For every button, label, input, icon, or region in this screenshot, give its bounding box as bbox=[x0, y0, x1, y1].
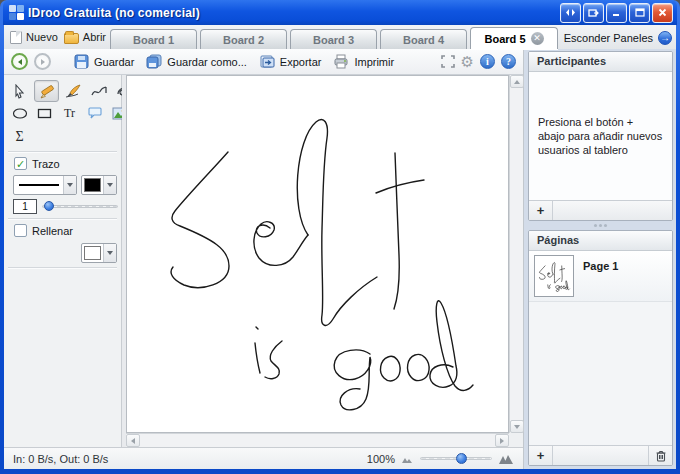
page-label: Page 1 bbox=[583, 260, 618, 297]
help-icon[interactable]: ? bbox=[501, 54, 516, 69]
app-icon bbox=[9, 5, 24, 20]
stroke-width-input[interactable]: 1 bbox=[13, 199, 37, 214]
ellipse-icon bbox=[12, 108, 28, 119]
close-icon bbox=[658, 8, 667, 17]
zoom-slider-handle[interactable] bbox=[456, 453, 467, 464]
scroll-down-button[interactable] bbox=[510, 420, 524, 433]
stroke-width-slider[interactable] bbox=[42, 202, 118, 211]
line-style-sample bbox=[19, 184, 59, 186]
save-as-icon bbox=[146, 54, 162, 69]
scroll-up-button[interactable] bbox=[510, 75, 524, 88]
tab-close-icon[interactable]: ✕ bbox=[531, 32, 544, 45]
forward-arrow-icon bbox=[39, 58, 47, 66]
tab-label: Board 3 bbox=[313, 34, 354, 46]
participants-header[interactable]: Participantes bbox=[529, 52, 672, 72]
open-board-button[interactable]: Abrir bbox=[64, 27, 106, 47]
math-tool-button[interactable]: Σ bbox=[9, 127, 30, 147]
status-bar: In: 0 B/s, Out: 0 B/s 100% bbox=[4, 447, 523, 469]
select-tool-button[interactable] bbox=[9, 81, 30, 101]
toolbar: Guardar Guardar como... Exportar Imprimi… bbox=[4, 49, 523, 75]
detach-window-icon bbox=[588, 8, 599, 18]
scroll-right-button[interactable] bbox=[495, 434, 509, 447]
tab-label: Board 2 bbox=[223, 34, 264, 46]
window-title: IDroo Gratuita (no comercial) bbox=[28, 6, 200, 20]
tab-board-5[interactable]: Board 5 ✕ bbox=[470, 27, 558, 49]
titlebar[interactable]: IDroo Gratuita (no comercial) bbox=[3, 0, 677, 25]
traffic-status: In: 0 B/s, Out: 0 B/s bbox=[13, 453, 108, 465]
stroke-color-swatch bbox=[84, 178, 101, 192]
new-page-icon bbox=[10, 31, 22, 44]
tab-board-3[interactable]: Board 3 bbox=[290, 29, 377, 49]
save-floppy-icon bbox=[74, 54, 89, 69]
pages-header[interactable]: Páginas bbox=[529, 231, 672, 251]
new-board-label: Nuevo bbox=[26, 31, 58, 43]
zoom-in-icon[interactable] bbox=[499, 453, 514, 464]
save-as-button[interactable]: Guardar como... bbox=[143, 54, 249, 69]
fullscreen-icon[interactable] bbox=[441, 55, 455, 68]
print-button[interactable]: Imprimir bbox=[330, 54, 397, 69]
add-page-button[interactable]: + bbox=[529, 446, 553, 465]
tab-board-1[interactable]: Board 1 bbox=[110, 29, 197, 49]
fill-color-dropdown[interactable] bbox=[81, 243, 117, 263]
tab-bar: Nuevo Abrir Board 1 Board 2 Board 3 Boar… bbox=[4, 25, 676, 49]
horizontal-scrollbar[interactable] bbox=[126, 433, 509, 447]
arrow-down-icon bbox=[514, 425, 520, 429]
save-button[interactable]: Guardar bbox=[71, 54, 137, 69]
stroke-label: Trazo bbox=[32, 158, 60, 170]
new-board-button[interactable]: Nuevo bbox=[10, 27, 58, 47]
back-button[interactable] bbox=[11, 53, 28, 70]
tab-board-4[interactable]: Board 4 bbox=[380, 29, 467, 49]
app-window: IDroo Gratuita (no comercial) Nuev bbox=[0, 0, 680, 474]
stroke-style-dropdown[interactable] bbox=[13, 175, 77, 195]
fill-label: Rellenar bbox=[32, 225, 73, 237]
side-panels: Participantes Presiona el botón + abajo … bbox=[524, 49, 676, 469]
zoom-out-icon[interactable] bbox=[402, 455, 413, 463]
brush-icon bbox=[65, 84, 82, 98]
info-icon[interactable]: i bbox=[480, 54, 495, 69]
minimize-button[interactable] bbox=[606, 3, 627, 23]
settings-gear-icon[interactable]: ⚙ bbox=[461, 54, 474, 69]
curve-tool-button[interactable] bbox=[88, 81, 109, 101]
arrow-up-icon bbox=[514, 80, 520, 84]
comment-tool-button[interactable] bbox=[84, 103, 105, 123]
delete-page-button[interactable] bbox=[648, 446, 672, 465]
tab-board-2[interactable]: Board 2 bbox=[200, 29, 287, 49]
arrow-right-icon bbox=[500, 438, 504, 444]
select-cursor-icon bbox=[13, 84, 26, 99]
text-tool-button[interactable]: Tr bbox=[59, 103, 80, 123]
vertical-scrollbar[interactable] bbox=[509, 75, 523, 433]
export-label: Exportar bbox=[280, 56, 322, 68]
scroll-left-button[interactable] bbox=[126, 434, 140, 447]
page-thumbnail[interactable] bbox=[534, 255, 574, 297]
pan-arrows-icon bbox=[565, 8, 576, 17]
detach-window-button[interactable] bbox=[583, 3, 604, 23]
pan-arrows-button[interactable] bbox=[560, 3, 581, 23]
hide-panels-button[interactable]: Esconder Paneles → bbox=[564, 31, 672, 45]
fill-checkbox[interactable] bbox=[14, 224, 27, 237]
drawing-canvas[interactable] bbox=[126, 75, 509, 433]
participants-hint: Presiona el botón + abajo para añadir nu… bbox=[529, 72, 672, 200]
chevron-down-icon bbox=[107, 183, 113, 187]
zoom-slider[interactable] bbox=[420, 453, 492, 465]
zoom-level: 100% bbox=[367, 453, 395, 465]
close-button[interactable] bbox=[652, 3, 673, 23]
page-list-item[interactable]: Page 1 bbox=[529, 251, 672, 302]
brush-tool-button[interactable] bbox=[63, 81, 84, 101]
ellipse-tool-button[interactable] bbox=[9, 103, 30, 123]
slider-handle[interactable] bbox=[44, 201, 54, 211]
rectangle-tool-button[interactable] bbox=[34, 103, 55, 123]
comment-bubble-icon bbox=[87, 107, 103, 120]
panel-splitter[interactable] bbox=[528, 221, 673, 230]
maximize-button[interactable] bbox=[629, 3, 650, 23]
stroke-checkbox[interactable]: ✓ bbox=[14, 157, 27, 170]
tab-label: Board 5 bbox=[485, 33, 526, 45]
stroke-color-dropdown[interactable] bbox=[81, 175, 117, 195]
forward-button[interactable] bbox=[34, 53, 51, 70]
add-participant-button[interactable]: + bbox=[529, 201, 553, 220]
export-button[interactable]: Exportar bbox=[256, 54, 325, 69]
printer-icon bbox=[333, 54, 349, 69]
pencil-icon bbox=[39, 84, 55, 99]
page-thumbnail-drawing bbox=[535, 256, 573, 296]
pencil-tool-button[interactable] bbox=[34, 80, 59, 102]
curve-icon bbox=[91, 85, 107, 98]
